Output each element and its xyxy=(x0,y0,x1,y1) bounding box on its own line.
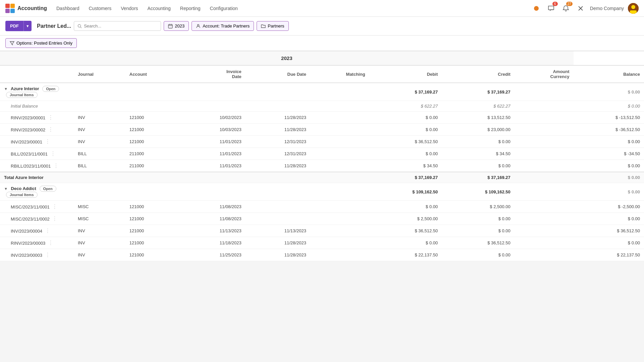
svg-rect-9 xyxy=(630,10,637,14)
options-filter-label: Options: Posted Entries Only xyxy=(16,41,72,46)
col-account-header: Account xyxy=(125,65,181,83)
svg-rect-0 xyxy=(5,4,10,8)
table-row[interactable]: MISC/2023/11/0001 ⋮ MISC 121000 11/08/20… xyxy=(0,201,644,213)
row-account: 211000 xyxy=(125,160,181,172)
year-filter-button[interactable]: 2023 xyxy=(164,21,189,31)
initial-debit: $ 622.27 xyxy=(369,101,442,112)
row-dots-menu[interactable]: ⋮ xyxy=(51,216,59,222)
col-invoice-date-header: InvoiceDate xyxy=(181,65,246,83)
status-indicator[interactable] xyxy=(531,3,542,14)
table-row[interactable]: BILL/2023/11/0001 ⋮ BILL 211000 11/01/20… xyxy=(0,148,644,160)
group-name: Azure Interior xyxy=(11,86,39,91)
row-debit: $ 0.00 xyxy=(369,201,442,213)
table-row[interactable]: INV/2023/00004 ⋮ INV 121000 11/13/2023 1… xyxy=(0,225,644,237)
svg-point-8 xyxy=(631,5,635,9)
row-ref: BILL/2023/11/0001 ⋮ xyxy=(0,148,74,160)
partners-filter-button[interactable]: Partners xyxy=(257,21,288,31)
row-dots-menu[interactable]: ⋮ xyxy=(44,228,52,234)
row-matching xyxy=(310,148,369,160)
row-debit: $ 0.00 xyxy=(369,148,442,160)
user-avatar[interactable] xyxy=(628,3,639,14)
group-status-tag[interactable]: Open xyxy=(40,186,56,192)
collapse-icon[interactable]: ▼ xyxy=(4,87,8,91)
row-due-date: 11/28/2023 xyxy=(246,160,310,172)
row-debit: $ 22,137.50 xyxy=(369,249,442,261)
row-dots-menu[interactable]: ⋮ xyxy=(49,151,57,157)
close-icon[interactable] xyxy=(575,3,586,14)
initial-credit: $ 622.27 xyxy=(442,101,515,112)
row-matching xyxy=(310,225,369,237)
search-input[interactable] xyxy=(84,23,157,28)
group-journal-items-tag[interactable]: Journal Items xyxy=(6,192,38,198)
row-dots-menu[interactable]: ⋮ xyxy=(44,139,52,144)
pdf-dropdown-button[interactable]: ▾ xyxy=(23,21,32,31)
row-dots-menu[interactable]: ⋮ xyxy=(52,163,60,169)
nav-configuration[interactable]: Configuration xyxy=(206,4,242,13)
row-balance: $ -36,512.50 xyxy=(574,124,644,136)
total-balance: $ 0.00 xyxy=(574,172,644,183)
row-dots-menu[interactable]: ⋮ xyxy=(47,127,55,132)
row-credit: $ 0.00 xyxy=(442,136,515,148)
chat-button[interactable]: 6 xyxy=(546,3,556,14)
nav-reporting[interactable]: Reporting xyxy=(176,4,205,13)
row-credit: $ 23,000.00 xyxy=(442,124,515,136)
app-logo[interactable]: Accounting xyxy=(5,4,47,13)
row-dots-menu[interactable]: ⋮ xyxy=(47,115,55,120)
table-row[interactable]: RBILL/2023/11/0001 ⋮ BILL 211000 11/01/2… xyxy=(0,160,644,172)
pdf-button[interactable]: PDF xyxy=(5,21,23,31)
row-balance: $ 0.00 xyxy=(574,237,644,249)
row-debit: $ 2,500.00 xyxy=(369,213,442,225)
row-invoice-date: 11/13/2023 xyxy=(181,225,246,237)
chat-badge: 6 xyxy=(552,2,558,6)
row-due-date xyxy=(246,201,310,213)
row-invoice-date: 11/25/2023 xyxy=(181,249,246,261)
table-row[interactable]: RINV/2023/00001 ⋮ INV 121000 10/02/2023 … xyxy=(0,112,644,124)
row-invoice-date: 11/08/2023 xyxy=(181,213,246,225)
row-credit: $ 34.50 xyxy=(442,148,515,160)
row-balance: $ 0.00 xyxy=(574,213,644,225)
group-status-tag[interactable]: Open xyxy=(42,86,59,92)
nav-dashboard[interactable]: Dashboard xyxy=(52,4,84,13)
row-balance: $ 22,137.50 xyxy=(574,249,644,261)
col-journal-header: Journal xyxy=(74,65,125,83)
table-row[interactable]: RINV/2023/00003 ⋮ INV 121000 11/18/2023 … xyxy=(0,237,644,249)
table-row[interactable]: INV/2023/00003 ⋮ INV 121000 11/25/2023 1… xyxy=(0,249,644,261)
company-name: Demo Company xyxy=(590,6,624,11)
row-dots-menu[interactable]: ⋮ xyxy=(44,252,52,258)
row-dots-menu[interactable]: ⋮ xyxy=(47,240,55,246)
alerts-button[interactable]: 27 xyxy=(560,3,571,14)
nav-vendors[interactable]: Vendors xyxy=(117,4,142,13)
account-filter-label: Account: Trade Partners xyxy=(203,23,250,28)
row-invoice-date: 10/02/2023 xyxy=(181,112,246,124)
group-name: Deco Addict xyxy=(11,186,36,191)
row-balance: $ 36,512.50 xyxy=(574,225,644,237)
search-box[interactable] xyxy=(74,21,161,31)
row-matching xyxy=(310,160,369,172)
account-filter-button[interactable]: Account: Trade Partners xyxy=(192,21,254,31)
options-filter-button[interactable]: Options: Posted Entries Only xyxy=(5,38,77,48)
row-ref: RINV/2023/00003 ⋮ xyxy=(0,237,74,249)
svg-point-10 xyxy=(78,24,81,27)
row-debit: $ 0.00 xyxy=(369,237,442,249)
row-ref: INV/2023/00003 ⋮ xyxy=(0,249,74,261)
person-icon xyxy=(196,24,201,28)
nav-accounting[interactable]: Accounting xyxy=(144,4,175,13)
report-table: 2023 Journal Account InvoiceDate Due Dat… xyxy=(0,51,644,261)
group-journal-items-tag[interactable]: Journal Items xyxy=(6,92,38,98)
row-matching xyxy=(310,112,369,124)
table-row[interactable]: RINV/2023/00002 ⋮ INV 121000 10/03/2023 … xyxy=(0,124,644,136)
table-row[interactable]: MISC/2023/11/0002 ⋮ MISC 121000 11/08/20… xyxy=(0,213,644,225)
row-debit: $ 36,512.50 xyxy=(369,136,442,148)
collapse-icon[interactable]: ▼ xyxy=(4,187,8,191)
row-journal: INV xyxy=(74,136,125,148)
page-title: Partner Led... xyxy=(37,23,71,29)
row-invoice-date: 10/03/2023 xyxy=(181,124,246,136)
col-balance-header: Balance xyxy=(574,65,644,83)
total-credit: $ 37,169.27 xyxy=(442,172,515,183)
row-due-date: 11/13/2023 xyxy=(246,225,310,237)
nav-customers[interactable]: Customers xyxy=(85,4,116,13)
row-dots-menu[interactable]: ⋮ xyxy=(51,204,59,209)
table-row[interactable]: INV/2023/00001 ⋮ INV 121000 11/01/2023 1… xyxy=(0,136,644,148)
row-due-date: 11/28/2023 xyxy=(246,112,310,124)
main-toolbar: PDF ▾ Partner Led... 2023 Account: Trade… xyxy=(0,17,644,36)
